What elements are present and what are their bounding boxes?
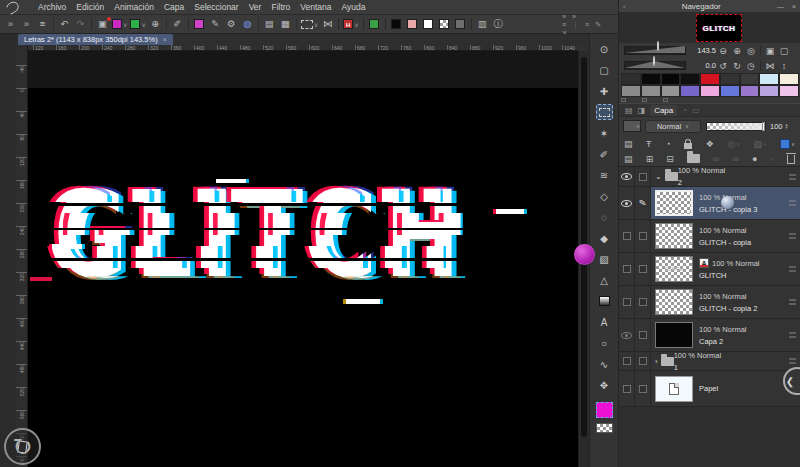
edit-cell[interactable] — [635, 220, 651, 252]
text-tool[interactable]: A — [596, 314, 613, 330]
foreground-color-swatch[interactable] — [596, 402, 613, 418]
zoom-tool[interactable]: ⊙ — [596, 41, 613, 57]
close-icon[interactable]: × — [788, 3, 800, 10]
edit-cell[interactable]: ✎ — [635, 187, 651, 219]
edit-cell[interactable] — [635, 371, 651, 406]
rotate-right-button[interactable]: ↻ — [730, 60, 744, 71]
layer-handle-icon[interactable] — [789, 201, 796, 206]
figure-tool[interactable]: △ — [596, 272, 613, 288]
visibility-cell[interactable] — [619, 167, 635, 186]
fit-window-button[interactable]: ▣ — [763, 45, 777, 56]
layer-handle-icon[interactable] — [789, 234, 796, 239]
airbrush-tool[interactable]: ≋ — [596, 167, 613, 183]
apply-mask-icon[interactable]: ▫ — [771, 154, 774, 164]
document-tab[interactable]: Letras 2* (1143 x 838px 350dpi 143.5%) × — [18, 34, 173, 45]
color-pink-swatch[interactable] — [405, 17, 420, 32]
new-folder-button[interactable] — [687, 154, 700, 163]
color-transparent-swatch[interactable] — [437, 17, 452, 32]
dock-mini-icon[interactable]: ≡ — [562, 21, 566, 29]
redo-button[interactable]: ↷ — [73, 17, 88, 32]
grid-icon[interactable]: ▦ — [278, 17, 293, 32]
layer-mask-button[interactable]: ● — [752, 154, 757, 164]
visibility-cell[interactable] — [619, 220, 635, 252]
blend-mode-select[interactable]: Normal ∨ — [645, 120, 701, 133]
color-swatch[interactable] — [680, 85, 700, 97]
color-swatch[interactable] — [661, 85, 681, 97]
hand-tool[interactable]: ✥ — [596, 377, 613, 393]
visibility-cell[interactable] — [619, 286, 635, 318]
rotate-left-button[interactable]: ↺ — [716, 60, 730, 71]
color-swatch[interactable] — [759, 85, 779, 97]
move-tool[interactable]: ✚ — [596, 83, 613, 99]
navigator-preview[interactable]: GLITCH — [619, 13, 800, 43]
flip-horizontal-button[interactable]: ⋈ — [763, 60, 777, 71]
new-layer-2-button[interactable]: ⊟ — [666, 154, 674, 164]
menu-ver[interactable]: Ver — [244, 0, 267, 15]
color-swatch[interactable] — [720, 85, 740, 97]
chevron-icon[interactable]: › — [655, 357, 658, 366]
canvas-viewport[interactable]: GLITCH GLITCH GLITCH GLITCH GLITCH — [28, 51, 578, 467]
dock-collapse-icon[interactable]: » — [562, 13, 566, 21]
color-swatch[interactable] — [641, 73, 661, 85]
curve-tool[interactable]: ∿ — [596, 356, 613, 372]
layer-row-2[interactable]: ⌄100 % Normal2 — [619, 167, 800, 187]
layers-stack-icon[interactable]: ▤ — [262, 17, 277, 32]
palette-color-icon[interactable]: ▤ — [624, 139, 633, 149]
color-swatch[interactable] — [740, 73, 760, 85]
zoom-reset-icon[interactable]: ⊕ — [148, 17, 163, 32]
layer-row-glitch[interactable]: GLITCHA100 % NormalGLITCH — [619, 253, 800, 286]
layer-row-content[interactable]: 100 % NormalGLITCH - copia 2 — [651, 286, 800, 318]
layer-row-glitch-copia[interactable]: 100 % NormalGLITCH - copia — [619, 220, 800, 253]
layer-thumbnail[interactable] — [655, 376, 693, 402]
menu-edición[interactable]: Edición — [71, 0, 109, 15]
color-swatch[interactable] — [621, 85, 641, 97]
zoom-slider[interactable] — [624, 46, 686, 55]
layer-row-glitch-copia-3[interactable]: ✎100 % NormalGLITCH - copia 3 — [619, 187, 800, 220]
pattern-swatch[interactable] — [367, 17, 382, 32]
color-white-swatch[interactable] — [421, 17, 436, 32]
visibility-cell[interactable] — [619, 371, 635, 406]
rotate-slider[interactable] — [624, 61, 686, 70]
balloon-tool[interactable]: ○ — [596, 335, 613, 351]
zoom-slider-handle[interactable] — [657, 42, 659, 51]
layer-handle-icon[interactable] — [789, 359, 796, 364]
layer-handle-icon[interactable] — [789, 174, 796, 179]
zoom-in-button[interactable]: ⊕ — [730, 45, 744, 56]
lock-layer-icon[interactable] — [684, 140, 692, 149]
panel-list-icon[interactable]: ▤ — [624, 154, 633, 164]
combine-2-icon[interactable]: ∞ — [733, 154, 739, 164]
layer-handle-icon[interactable] — [789, 267, 796, 272]
object-tool[interactable]: ▢ — [596, 62, 613, 78]
color-swatch[interactable] — [779, 85, 799, 97]
navigator-titlebar[interactable]: ▫ Navegador — × — [619, 0, 800, 13]
palette-marker[interactable] — [642, 98, 647, 102]
minimize-icon[interactable]: — — [773, 3, 788, 10]
layer-thumbnail[interactable]: GLITCH — [655, 256, 693, 282]
h-tool-swatch[interactable]: H∨ — [342, 17, 359, 32]
layer-row-content[interactable]: Papel — [651, 371, 800, 406]
edit-cell[interactable] — [635, 352, 651, 370]
delete-layer-button[interactable] — [787, 153, 795, 164]
color-swatch[interactable] — [700, 85, 720, 97]
menu-seleccionar[interactable]: Seleccionar — [189, 0, 243, 15]
edit-cell[interactable] — [635, 253, 651, 285]
layer-row-glitch-copia-2[interactable]: 100 % NormalGLITCH - copia 2 — [619, 286, 800, 319]
menu-animación[interactable]: Animación — [109, 0, 159, 15]
color-swatch[interactable] — [720, 73, 740, 85]
edit-cell[interactable] — [635, 286, 651, 318]
color-swatch[interactable] — [759, 73, 779, 85]
tab-close-icon[interactable]: × — [163, 36, 167, 43]
opacity-slider[interactable] — [706, 122, 766, 131]
eraser-tool[interactable]: ◇ — [596, 188, 613, 204]
fx-swatch[interactable] — [192, 17, 207, 32]
color-swatch[interactable] — [740, 85, 760, 97]
menu-capa[interactable]: Capa — [159, 0, 189, 15]
reset-rotation-button[interactable]: ◷ — [744, 60, 758, 71]
tab-search-layer-icon[interactable]: ◔ — [682, 106, 687, 115]
layer-thumbnail[interactable] — [655, 289, 693, 315]
color-swatch[interactable] — [779, 73, 799, 85]
info-icon[interactable]: ⓘ — [491, 17, 506, 32]
edit-cell[interactable] — [635, 319, 651, 351]
layer-row-capa-2[interactable]: 100 % NormalCapa 2 — [619, 319, 800, 352]
visibility-cell[interactable] — [619, 319, 635, 351]
